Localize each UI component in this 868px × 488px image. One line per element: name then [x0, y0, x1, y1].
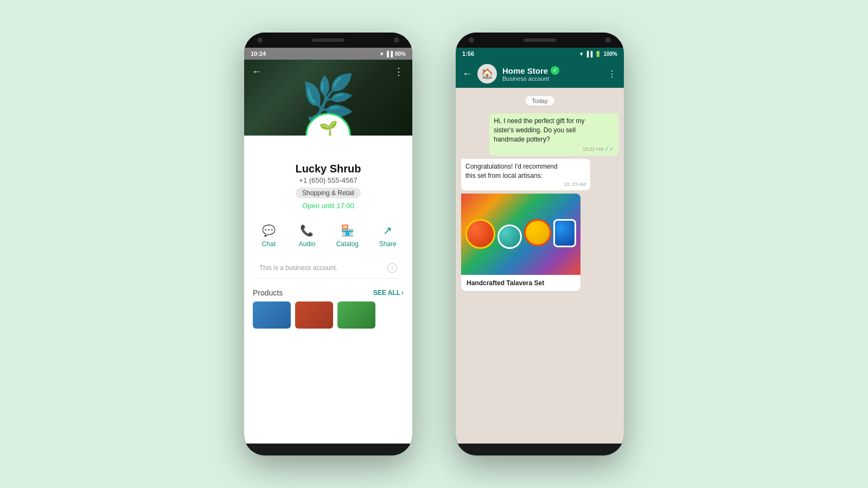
action-buttons: 💬 Chat 📞 Audio 🏪 Catalog ↗ Share	[244, 215, 412, 253]
plate-4	[553, 219, 576, 247]
date-chip: Today	[525, 96, 554, 106]
phone2-bottom	[456, 444, 624, 455]
chat-header-info: Home Store ✓ Business account	[502, 66, 602, 82]
avatar-inner: 🌱 LUCKY SHRUB	[308, 115, 349, 136]
battery-label-2: 100%	[603, 51, 617, 57]
status-time: 10:24	[251, 50, 266, 57]
battery-icon-2: 🔋	[595, 51, 601, 57]
share-button[interactable]: ↗ Share	[379, 223, 397, 248]
profile-nav: ← ⋮	[244, 60, 412, 84]
status-bar-phone1: 10:24 ▾ ▐▐ 80%	[244, 48, 412, 60]
wifi-icon-2: ▾	[580, 51, 583, 57]
phone-top-hardware	[244, 33, 412, 48]
profile-info: Lucky Shrub +1 (650) 555-4567 Shopping &…	[244, 163, 412, 215]
message-time-received: 10: 23 AM	[564, 181, 586, 188]
product-card-info: Handcrafted Talavera Set	[461, 275, 580, 291]
chat-label: Chat	[262, 240, 276, 248]
phone1-screen: 10:24 ▾ ▐▐ 80% 🌿 ← ⋮ 🌱 LUCKY	[244, 48, 412, 444]
battery-label: 80%	[395, 51, 406, 57]
chat-header: ← 🏠 Home Store ✓ Business account ⋮	[456, 60, 624, 88]
chat-header-sub: Business account	[502, 75, 602, 82]
phone2-screen: 1:56 ▾ ▐▐ 🔋 100% ← 🏠 Home Store ✓ Busine…	[456, 48, 624, 444]
phone-business-profile: 10:24 ▾ ▐▐ 80% 🌿 ← ⋮ 🌱 LUCKY	[244, 33, 412, 455]
plate-1	[465, 219, 495, 249]
verified-badge: ✓	[551, 66, 559, 75]
message-ticks: ✓✓	[604, 145, 614, 153]
home-store-avatar: 🏠	[477, 64, 497, 84]
message-received: Congratulations! I'd recommend this set …	[461, 159, 590, 190]
info-icon[interactable]: i	[387, 263, 397, 273]
share-label: Share	[379, 240, 397, 248]
message-time-sent: 10:22 AM ✓✓	[583, 145, 614, 153]
chat-more-button[interactable]: ⋮	[608, 69, 617, 79]
signal-icon: ▐▐	[385, 51, 393, 57]
products-title: Products	[253, 288, 283, 297]
products-row	[253, 301, 404, 329]
phone1-bottom	[244, 444, 412, 455]
speaker	[312, 38, 344, 42]
see-all-button[interactable]: SEE ALL ›	[373, 289, 404, 297]
audio-label: Audio	[299, 240, 316, 248]
sensor-2	[605, 37, 611, 43]
more-options-button[interactable]: ⋮	[394, 66, 405, 78]
message-text-sent: Hi, I need the perfect gift for my siste…	[494, 117, 614, 144]
front-camera	[257, 37, 263, 43]
product-card-title: Handcrafted Talavera Set	[467, 279, 575, 287]
date-divider: Today	[461, 95, 618, 106]
profile-hero-image: 🌿 ← ⋮ 🌱 LUCKY SHRUB	[244, 60, 412, 136]
product-thumb-1[interactable]	[253, 301, 291, 329]
speaker-2	[524, 38, 556, 42]
business-logo: 🌱 LUCKY SHRUB	[319, 120, 338, 136]
chat-back-button[interactable]: ←	[462, 68, 472, 80]
chat-messages: Today Hi, I need the perfect gift for my…	[456, 88, 624, 444]
audio-button[interactable]: 📞 Audio	[298, 223, 316, 248]
pottery-decoration	[461, 215, 580, 253]
product-thumb-3[interactable]	[337, 301, 375, 329]
notice-text: This is a business account.	[259, 264, 337, 272]
chat-icon: 💬	[259, 223, 278, 238]
phone2-top-hardware	[456, 33, 624, 48]
chat-business-name: Home Store ✓	[502, 66, 602, 75]
business-hours: Open until 17:00	[255, 202, 401, 210]
status-icons-2: ▾ ▐▐ 🔋 100%	[580, 51, 617, 57]
catalog-button[interactable]: 🏪 Catalog	[336, 223, 359, 248]
business-name: Lucky Shrub	[255, 163, 401, 175]
business-notice: This is a business account. i	[253, 258, 404, 279]
back-button[interactable]: ←	[252, 66, 261, 78]
status-bar-phone2: 1:56 ▾ ▐▐ 🔋 100%	[456, 48, 624, 60]
business-category: Shopping & Retail	[296, 188, 361, 198]
products-section: Products SEE ALL ›	[244, 283, 412, 332]
front-camera-2	[469, 37, 474, 43]
plate-2	[497, 224, 522, 249]
product-thumb-2[interactable]	[295, 301, 333, 329]
business-phone: +1 (650) 555-4567	[255, 176, 401, 184]
plant-icon: 🌱	[319, 120, 338, 136]
product-card[interactable]: Handcrafted Talavera Set	[461, 194, 580, 291]
wifi-icon: ▾	[380, 51, 383, 57]
status-icons: ▾ ▐▐ 80%	[380, 51, 406, 57]
message-sent: Hi, I need the perfect gift for my siste…	[489, 113, 618, 156]
status-time-2: 1:56	[462, 50, 474, 57]
message-text-received: Congratulations! I'd recommend this set …	[465, 162, 586, 181]
catalog-label: Catalog	[336, 240, 359, 248]
catalog-icon: 🏪	[338, 223, 356, 238]
sensor	[394, 37, 399, 43]
signal-icon-2: ▐▐	[585, 51, 592, 57]
share-icon: ↗	[379, 223, 397, 238]
plate-3	[524, 219, 551, 246]
phone-chat: 1:56 ▾ ▐▐ 🔋 100% ← 🏠 Home Store ✓ Busine…	[456, 33, 624, 455]
products-header: Products SEE ALL ›	[253, 288, 404, 297]
audio-icon: 📞	[298, 223, 316, 238]
product-card-image	[461, 194, 580, 275]
chat-button[interactable]: 💬 Chat	[259, 223, 278, 248]
